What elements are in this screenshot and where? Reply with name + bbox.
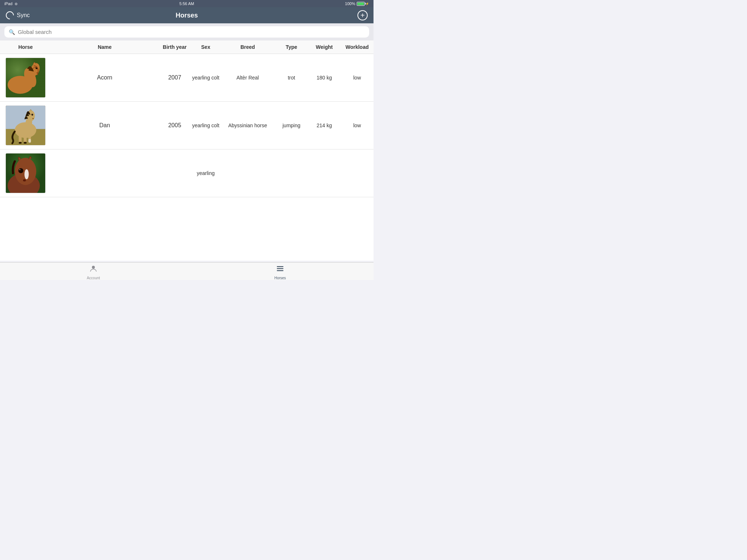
svg-point-20 — [32, 114, 33, 115]
search-icon: 🔍 — [9, 29, 15, 35]
horse-name: Dan — [51, 122, 158, 129]
tab-account[interactable]: Account — [0, 263, 187, 280]
table-row[interactable]: yearling — [0, 149, 374, 197]
header-horse: Horse — [0, 44, 51, 50]
horse-breed: Altèr Real — [220, 75, 275, 81]
tab-account-label: Account — [87, 276, 100, 280]
svg-point-19 — [31, 114, 33, 116]
device-label: iPad — [4, 1, 12, 6]
header-sex: Sex — [191, 44, 220, 50]
header-birth-year: Birth year — [158, 44, 191, 50]
horse-sex: yearling — [191, 170, 220, 176]
horse-table: Acorn 2007 yearling colt Altèr Real trot… — [0, 54, 374, 261]
tab-horses-label: Horses — [274, 276, 286, 280]
horse-image — [5, 153, 46, 193]
battery-indicator: ⚡ — [357, 2, 369, 6]
horse-workload: low — [341, 75, 374, 81]
svg-point-21 — [32, 118, 34, 119]
horse-image — [5, 58, 46, 98]
horse-weight: 214 kg — [308, 122, 341, 128]
add-horse-button[interactable]: + — [357, 10, 368, 20]
horse-type: jumping — [275, 122, 308, 128]
horse-image-cell — [0, 149, 51, 197]
status-bar: iPad ⊜ 5:56 AM 100% ⚡ — [0, 0, 374, 7]
nav-bar: Sync Horses + — [0, 7, 374, 23]
charging-icon: ⚡ — [365, 2, 369, 5]
horse-birth-year: 2007 — [158, 74, 191, 81]
horse-weight: 180 kg — [308, 75, 341, 81]
svg-rect-35 — [277, 270, 283, 271]
horses-icon — [276, 264, 285, 275]
header-weight: Weight — [308, 44, 341, 50]
svg-point-27 — [24, 169, 29, 179]
horse-birth-year: 2005 — [158, 122, 191, 129]
header-workload: Workload — [341, 44, 374, 50]
sync-icon — [4, 9, 15, 21]
horse-image-cell — [0, 102, 51, 149]
svg-point-32 — [92, 266, 95, 269]
svg-rect-33 — [277, 266, 283, 267]
svg-rect-17 — [19, 142, 22, 144]
search-input[interactable] — [18, 29, 365, 35]
search-container: 🔍 — [4, 26, 369, 38]
horse-name: Acorn — [51, 74, 158, 81]
svg-point-28 — [18, 168, 23, 173]
header-type: Type — [275, 44, 308, 50]
svg-rect-22 — [28, 139, 31, 143]
horse-type: trot — [275, 75, 308, 81]
sync-button[interactable]: Sync — [6, 11, 30, 19]
horse-sex: yearling colt — [191, 122, 220, 128]
horse-sex: yearling colt — [191, 75, 220, 81]
horse-image — [5, 105, 46, 145]
horse-breed: Abyssinian horse — [220, 122, 275, 128]
status-time: 5:56 AM — [179, 1, 194, 6]
horse-image-cell — [0, 54, 51, 101]
table-header: Horse Name Birth year Sex Breed Type Wei… — [0, 40, 374, 54]
svg-point-31 — [23, 179, 26, 182]
sync-label: Sync — [17, 12, 30, 19]
page-title: Horses — [175, 12, 198, 19]
tab-bar: Account Horses — [0, 262, 374, 280]
wifi-icon: ⊜ — [15, 2, 18, 6]
account-icon — [89, 264, 98, 275]
svg-rect-34 — [277, 268, 283, 269]
table-row[interactable]: Dan 2005 yearling colt Abyssinian horse … — [0, 102, 374, 149]
svg-rect-18 — [24, 142, 27, 144]
table-row[interactable]: Acorn 2007 yearling colt Altèr Real trot… — [0, 54, 374, 102]
horse-workload: low — [341, 122, 374, 128]
svg-point-30 — [19, 169, 20, 170]
header-breed: Breed — [220, 44, 275, 50]
add-icon: + — [360, 12, 365, 19]
tab-horses[interactable]: Horses — [187, 263, 374, 280]
search-bar: 🔍 — [0, 23, 374, 40]
header-name: Name — [51, 44, 158, 50]
battery-percent: 100% — [345, 1, 355, 6]
